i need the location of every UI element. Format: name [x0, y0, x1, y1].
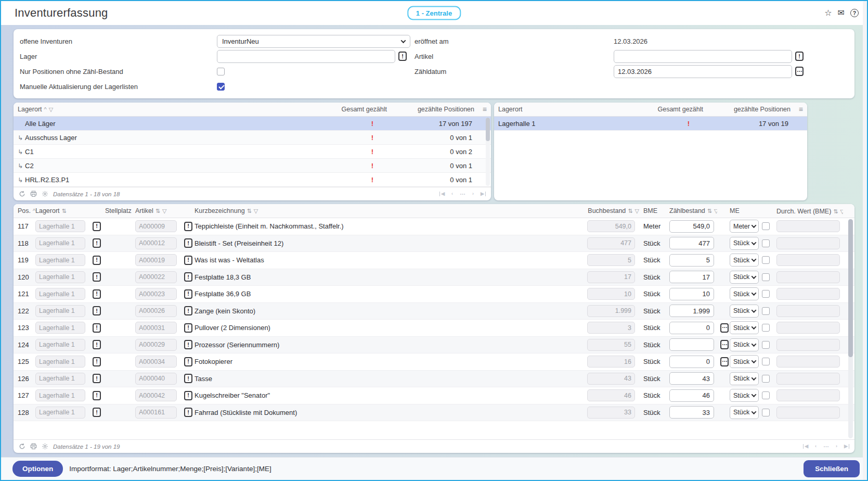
artikel-info-button[interactable]: [184, 340, 192, 349]
row-checkbox[interactable]: [762, 324, 770, 332]
lagerort-info-button[interactable]: [93, 256, 101, 265]
col-durch-wert[interactable]: Durch. Wert (BME)⇅▽≡: [776, 207, 843, 215]
artikel-info-button[interactable]: [184, 222, 192, 231]
col-artikel[interactable]: Artikel⇅▽: [135, 207, 181, 214]
lagerort-info-button[interactable]: [93, 323, 101, 333]
col-gesamt-gezaehlt[interactable]: Gesamt gezählt: [320, 106, 387, 113]
zaehlbestand-input[interactable]: [669, 322, 714, 334]
lager-info-button[interactable]: [398, 52, 407, 61]
zaehlbestand-input[interactable]: [669, 389, 714, 402]
me-select[interactable]: Meter: [730, 220, 759, 233]
options-button[interactable]: Optionen: [12, 461, 63, 477]
row-checkbox[interactable]: [762, 273, 770, 281]
col-gesamt-gezaehlt[interactable]: Gesamt gezählt: [631, 106, 703, 113]
warehouse-row[interactable]: ↳Ausschuss Lager ! 0 von 1: [14, 131, 491, 145]
artikel-info-button[interactable]: [795, 52, 804, 61]
count-date-input[interactable]: [614, 65, 792, 78]
lagerort-info-button[interactable]: [93, 340, 101, 349]
col-pos[interactable]: Pos.^: [18, 207, 35, 214]
artikel-info-button[interactable]: [184, 272, 192, 282]
me-select[interactable]: Stück: [730, 389, 759, 402]
me-select[interactable]: Stück: [730, 406, 759, 419]
open-inventories-select[interactable]: InventurNeu: [217, 35, 410, 48]
me-select[interactable]: Stück: [730, 355, 759, 368]
artikel-info-button[interactable]: [184, 323, 192, 333]
filter-icon[interactable]: ▽: [840, 208, 843, 214]
warehouse-row[interactable]: ↳Alle Läger ! 17 von 197: [14, 117, 491, 131]
lagerort-info-button[interactable]: [93, 289, 101, 299]
zaehlbestand-input[interactable]: [669, 271, 714, 283]
lagerort-info-button[interactable]: [93, 374, 101, 383]
zaehlbestand-input[interactable]: [669, 372, 714, 385]
sort-asc-icon[interactable]: ^: [44, 106, 47, 112]
row-checkbox[interactable]: [762, 391, 770, 399]
page-first-icon[interactable]: ◀: [803, 444, 808, 449]
vertical-scrollbar[interactable]: [486, 118, 490, 186]
col-buchbestand[interactable]: Buchbestand⇅▽: [587, 207, 639, 214]
zaehlbestand-input[interactable]: [669, 288, 714, 300]
artikel-info-button[interactable]: [184, 306, 192, 315]
row-checkbox[interactable]: [762, 341, 770, 349]
zaehlbestand-input[interactable]: [669, 338, 714, 351]
lagerort-info-button[interactable]: [93, 222, 101, 231]
zaehlbestand-input[interactable]: [669, 254, 714, 267]
artikel-info-button[interactable]: [184, 374, 192, 383]
row-checkbox[interactable]: [762, 290, 770, 298]
me-select[interactable]: Stück: [730, 287, 759, 300]
col-lagerort[interactable]: Lagerort^▽: [18, 106, 320, 113]
page-last-icon[interactable]: ▶: [844, 444, 849, 449]
zaehlbestand-detail-button[interactable]: [720, 357, 729, 366]
row-checkbox[interactable]: [762, 222, 770, 230]
only-uncounted-checkbox[interactable]: [217, 68, 225, 75]
me-select[interactable]: Stück: [730, 271, 759, 284]
col-stellplatz[interactable]: Stellplatz: [105, 207, 135, 214]
refresh-icon[interactable]: [19, 443, 25, 450]
page-next-icon[interactable]: ›: [836, 444, 837, 449]
filter-icon[interactable]: ▽: [635, 208, 639, 214]
print-icon[interactable]: [30, 191, 37, 197]
lagerort-info-button[interactable]: [93, 238, 101, 248]
col-gezaehlte-positionen[interactable]: gezählte Positionen: [703, 106, 791, 113]
col-lagerort[interactable]: Lagerort: [498, 106, 631, 113]
row-checkbox[interactable]: [762, 256, 770, 264]
zaehlbestand-detail-button[interactable]: [720, 340, 729, 349]
artikel-info-button[interactable]: [184, 408, 192, 417]
zaehlbestand-input[interactable]: [669, 356, 714, 368]
artikel-info-button[interactable]: [184, 391, 192, 400]
page-first-icon[interactable]: ◀: [439, 192, 445, 196]
filter-icon[interactable]: ▽: [254, 208, 258, 214]
print-icon[interactable]: [30, 443, 37, 450]
count-date-picker-button[interactable]: [795, 67, 804, 76]
close-button[interactable]: Schließen: [804, 460, 860, 477]
lager-input[interactable]: [217, 50, 395, 63]
lagerort-info-button[interactable]: [93, 391, 101, 400]
lagerort-info-button[interactable]: [93, 306, 101, 315]
mail-icon[interactable]: ✉: [838, 9, 845, 17]
zaehlbestand-input[interactable]: [669, 305, 714, 317]
favorite-star-icon[interactable]: ☆: [824, 9, 832, 17]
page-next-icon[interactable]: ›: [472, 192, 474, 196]
me-select[interactable]: Stück: [730, 372, 759, 385]
col-kurzbezeichnung[interactable]: Kurzbezeichnung⇅▽: [195, 207, 587, 214]
warehouse-row[interactable]: ↳HRL.R2.E3.P1 ! 0 von 1: [14, 173, 491, 187]
lagerort-info-button[interactable]: [93, 357, 101, 366]
vertical-scrollbar[interactable]: [848, 219, 853, 438]
row-checkbox[interactable]: [762, 375, 770, 383]
col-me[interactable]: ME: [730, 207, 762, 214]
warehouse-row[interactable]: ↳C2 ! 0 von 1: [14, 159, 491, 173]
page-more-icon[interactable]: …: [823, 442, 829, 448]
zaehlbestand-input[interactable]: [669, 220, 714, 233]
artikel-info-button[interactable]: [184, 256, 192, 265]
me-select[interactable]: Stück: [730, 321, 759, 334]
filter-icon[interactable]: ▽: [162, 208, 166, 214]
col-lagerort[interactable]: Lagerort⇅: [35, 207, 89, 214]
selected-warehouse-row[interactable]: Lagerhalle 1 ! 17 von 19: [494, 117, 807, 131]
settings-gear-icon[interactable]: [42, 191, 48, 197]
artikel-info-button[interactable]: [184, 357, 192, 366]
page-last-icon[interactable]: ▶: [481, 192, 486, 196]
artikel-info-button[interactable]: [184, 238, 192, 248]
lagerort-info-button[interactable]: [93, 272, 101, 282]
col-zaehlbestand[interactable]: Zählbestand⇅▽: [669, 207, 717, 214]
artikel-info-button[interactable]: [184, 289, 192, 299]
column-menu-icon[interactable]: ≡: [474, 105, 487, 113]
